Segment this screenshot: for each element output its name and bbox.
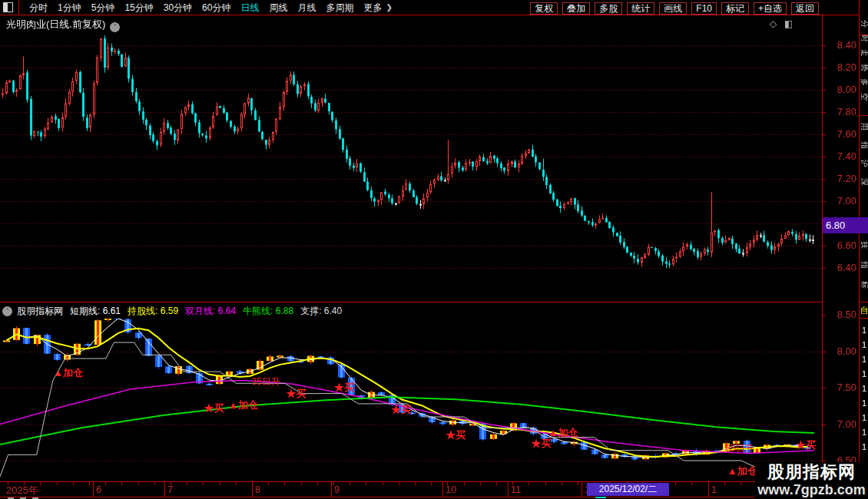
- period-tab-5分钟[interactable]: 5分钟: [91, 2, 115, 13]
- legend-支撑: 支撑: 6.40: [300, 306, 342, 316]
- indicator-price-tick-7.50: 7.50: [824, 382, 856, 393]
- main-price-tick-8.40: 8.40: [824, 40, 856, 51]
- main-price-tick-6.40: 6.40: [824, 263, 856, 273]
- watermark: 股朋指标网 www.7gpzb.com: [755, 462, 868, 499]
- legend-双月线: 双月线: 6.64: [185, 306, 236, 316]
- strip-digit: 1: [862, 442, 866, 451]
- panel-divider: [0, 302, 822, 302]
- strip-digit: 1: [862, 355, 866, 364]
- strip-char: 沪: [859, 159, 868, 168]
- legend-牛熊线: 牛熊线: 6.88: [243, 306, 293, 316]
- strip-digit: 1: [862, 326, 866, 335]
- sidebar-toggle-icon[interactable]: [3, 2, 13, 12]
- strip-char: 走: [859, 48, 868, 58]
- signal-加仓: ▲加仓: [228, 398, 258, 412]
- period-tab-多周期[interactable]: 多周期: [326, 2, 353, 13]
- legend-持股线: 持股线: 6.59: [128, 306, 178, 316]
- main-price-tick-7.40: 7.40: [824, 151, 856, 162]
- month-label-9: 9: [334, 484, 340, 495]
- watermark-url: www.7gpzb.com: [755, 482, 868, 497]
- legend-短期线: 短期线: 6.61: [70, 306, 121, 316]
- main-price-tick-8.20: 8.20: [824, 62, 856, 73]
- legend-value: 6.40: [324, 306, 342, 316]
- period-tab-list: 分时1分钟5分钟15分钟30分钟60分钟日线周线月线多周期更多: [19, 0, 382, 15]
- panel-layout-icon[interactable]: ◧: [784, 18, 793, 29]
- toolbar-button-标记[interactable]: 标记: [721, 2, 749, 15]
- period-tab-1分钟[interactable]: 1分钟: [58, 2, 81, 13]
- period-tab-分时[interactable]: 分时: [29, 2, 48, 13]
- signal-买: ★买: [334, 381, 354, 395]
- strip-char: 用: [859, 122, 868, 131]
- indicator-source: 股朋指标网: [17, 305, 63, 318]
- signal-加仓: ▲加仓: [727, 464, 757, 478]
- toolbar-button-复权[interactable]: 复权: [530, 2, 558, 15]
- period-tab-周线[interactable]: 周线: [269, 2, 287, 13]
- period-tab-15分钟[interactable]: 15分钟: [124, 2, 153, 13]
- toolbar-button-多股[interactable]: 多股: [595, 2, 622, 15]
- chart-title: 光明肉业(日线.前复权)ˇ: [6, 18, 120, 32]
- signal-买: ★买: [204, 402, 224, 415]
- strip-char: 标: [859, 280, 868, 289]
- indicator-price-tick-7.00: 7.00: [824, 419, 856, 430]
- indicator-price-tick-8.00: 8.00: [824, 346, 856, 357]
- legend-name: 持股线: [128, 306, 155, 316]
- signal-买: ★买: [391, 403, 411, 417]
- annotation-text: 35日升: [725, 442, 754, 455]
- period-tab-更多[interactable]: 更多: [363, 2, 382, 13]
- main-price-tick-6.60: 6.60: [824, 240, 856, 251]
- top-toolbar: 分时1分钟5分钟15分钟30分钟60分钟日线周线月线多周期更多 ❯ 复权叠加多股…: [0, 0, 859, 15]
- clipped-row-fragment: [595, 497, 606, 498]
- toolbar-button-叠加[interactable]: 叠加: [562, 2, 590, 15]
- right-side-panel-strip: 分时走势多空用指沪深技指标 自 111111111: [859, 0, 868, 499]
- indicator-legend: 短期线: 6.61持股线: 6.59双月线: 6.64牛熊线: 6.88支撑: …: [70, 305, 349, 318]
- main-price-tick-7.20: 7.20: [824, 173, 856, 184]
- current-date-badge: 2025/12/02/二: [587, 483, 669, 496]
- strip-digit: 1: [862, 369, 866, 378]
- signal-买: ★买: [446, 428, 465, 442]
- annotation-text: 35日升: [252, 375, 280, 388]
- toolbar-button-返回[interactable]: 返回: [791, 2, 819, 15]
- strip-highlight-tab[interactable]: 自: [860, 305, 868, 316]
- toolbar-button-F10[interactable]: F10: [691, 2, 717, 15]
- strip-char: 空: [859, 92, 868, 101]
- year-label: 2025年: [6, 484, 38, 497]
- strip-digit: 1: [862, 413, 866, 422]
- strip-char: 深: [859, 177, 868, 187]
- legend-name: 支撑: [300, 306, 319, 316]
- main-candlestick-chart[interactable]: [0, 15, 822, 302]
- watermark-title: 股朋指标网: [755, 462, 868, 482]
- month-label-1: 1: [711, 484, 717, 495]
- period-tab-日线[interactable]: 日线: [240, 2, 259, 13]
- main-price-tick-7.60: 7.60: [824, 129, 856, 140]
- toolbar-button-+自选[interactable]: +自选: [754, 2, 787, 15]
- strip-char: 分: [859, 19, 868, 28]
- period-tab-60分钟[interactable]: 60分钟: [202, 2, 230, 13]
- strip-char: 多: [859, 78, 868, 87]
- month-label-10: 10: [446, 484, 456, 495]
- toolbar-button-group: 复权叠加多股统计画线F10标记+自选返回: [525, 1, 819, 15]
- diamond-icon[interactable]: ◇: [770, 18, 777, 29]
- indicator-header: ˇ 股朋指标网 短期线: 6.61持股线: 6.59双月线: 6.64牛熊线: …: [0, 303, 822, 319]
- main-price-tick-8.00: 8.00: [824, 84, 856, 95]
- toolbar-button-统计[interactable]: 统计: [627, 2, 654, 15]
- legend-value: 6.64: [218, 306, 236, 316]
- chevron-down-icon[interactable]: ˇ: [2, 306, 12, 316]
- signal-买: ★买: [796, 438, 816, 452]
- indicator-chart[interactable]: [0, 319, 822, 481]
- strip-digit: 1: [862, 340, 866, 349]
- time-axis: 2025年 67891011121 2025/12/02/二: [0, 481, 859, 497]
- strip-char: 技: [859, 240, 868, 250]
- legend-value: 6.88: [276, 306, 293, 316]
- month-label-6: 6: [96, 484, 101, 495]
- toolbar-button-画线[interactable]: 画线: [659, 2, 687, 15]
- chevron-down-icon[interactable]: ˇ: [110, 22, 120, 32]
- legend-name: 双月线: [185, 306, 213, 316]
- period-tab-30分钟[interactable]: 30分钟: [164, 2, 192, 13]
- strip-char: 指: [859, 260, 868, 269]
- chart-title-text: 光明肉业(日线.前复权): [6, 18, 105, 30]
- period-tab-月线[interactable]: 月线: [297, 2, 316, 13]
- month-label-11: 11: [511, 484, 522, 495]
- legend-name: 短期线: [70, 306, 98, 316]
- main-price-tick-7.80: 7.80: [824, 107, 856, 117]
- main-price-tick-7.00: 7.00: [824, 196, 856, 207]
